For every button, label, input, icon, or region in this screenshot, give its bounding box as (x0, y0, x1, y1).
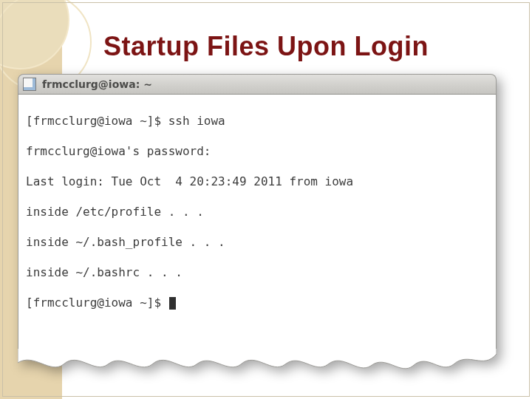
terminal-line: inside /etc/profile . . . (26, 205, 488, 219)
terminal-line: inside ~/.bashrc . . . (26, 265, 488, 280)
terminal-app-icon (23, 78, 36, 91)
terminal-body: [frmcclurg@iowa ~]$ ssh iowa frmcclurg@i… (18, 95, 497, 349)
terminal-line: frmcclurg@iowa's password: (26, 144, 488, 159)
terminal-prompt-text: [frmcclurg@iowa ~]$ (26, 296, 168, 310)
slide-title: Startup Files Upon Login (0, 31, 532, 62)
terminal-window-title: frmcclurg@iowa: ~ (42, 78, 152, 90)
torn-edge (18, 348, 497, 378)
terminal-line: inside ~/.bash_profile . . . (26, 235, 488, 250)
terminal-titlebar: frmcclurg@iowa: ~ (18, 74, 497, 95)
terminal-line: [frmcclurg@iowa ~]$ ssh iowa (26, 114, 488, 129)
terminal-cursor (169, 297, 176, 310)
terminal-prompt-line: [frmcclurg@iowa ~]$ (26, 296, 488, 310)
terminal-window: frmcclurg@iowa: ~ [frmcclurg@iowa ~]$ ss… (18, 74, 497, 378)
terminal-line: Last login: Tue Oct 4 20:23:49 2011 from… (26, 174, 488, 189)
